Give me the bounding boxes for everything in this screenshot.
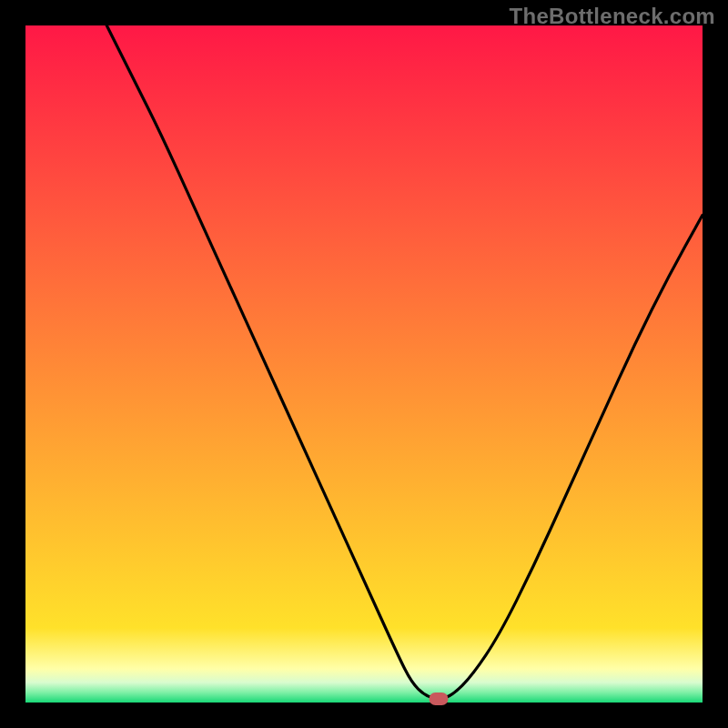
optimal-point-marker bbox=[429, 693, 448, 705]
chart-curve bbox=[25, 25, 703, 703]
watermark-label: TheBottleneck.com bbox=[510, 4, 715, 29]
chart-plot-area bbox=[25, 25, 703, 703]
